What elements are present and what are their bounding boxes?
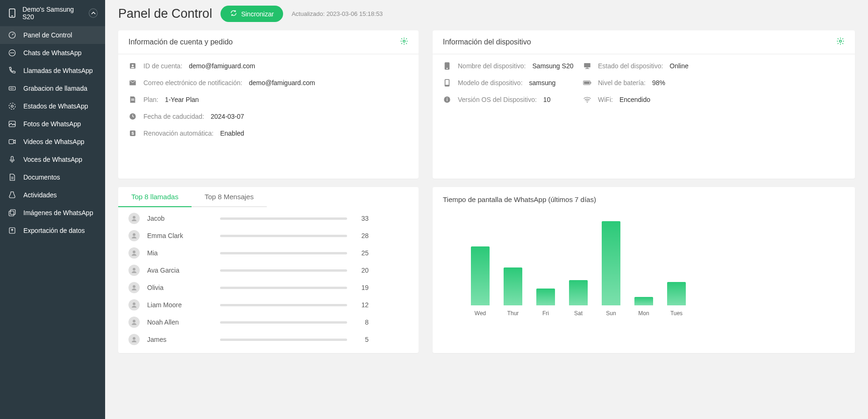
info-icon: $ xyxy=(128,129,137,137)
export-icon xyxy=(7,226,17,235)
sidebar-item-dashboard[interactable]: Panel de Control xyxy=(0,26,105,44)
svg-point-32 xyxy=(447,68,448,69)
info-icon xyxy=(128,79,137,87)
info-label: Modelo de dispositivo: xyxy=(458,79,523,87)
sidebar-item-photo[interactable]: Fotos de WhatsApp xyxy=(0,115,105,133)
account-info-row: $Renovación automática: Enabled xyxy=(128,129,408,137)
sidebar-item-image[interactable]: Imágenes de WhatsApp xyxy=(0,204,105,222)
info-value: 2024-03-07 xyxy=(211,113,244,120)
svg-point-45 xyxy=(133,216,135,219)
phone-icon xyxy=(7,8,17,18)
sidebar-item-export[interactable]: Exportación de datos xyxy=(0,222,105,239)
chart-bar-fill xyxy=(667,282,686,305)
svg-point-47 xyxy=(133,251,135,253)
svg-point-5 xyxy=(12,52,13,53)
svg-point-22 xyxy=(403,40,406,43)
sidebar-device-header[interactable]: Demo's Samsung S20 xyxy=(0,0,105,26)
chart-bar: Wed xyxy=(471,246,490,317)
updated-text: Actualizado: 2023-03-06 15:18:53 xyxy=(292,10,383,17)
device-info-row: Nivel de batería: 98% xyxy=(583,79,723,87)
avatar xyxy=(128,317,140,328)
device-info-row: Versión OS del Dispositivo: 10 xyxy=(443,95,583,104)
gear-icon[interactable] xyxy=(836,37,845,47)
chart-bar: Tues xyxy=(667,282,686,317)
chart-bar: Sun xyxy=(602,221,620,317)
svg-rect-7 xyxy=(9,87,15,90)
sidebar-item-activity[interactable]: Actividades xyxy=(0,186,105,204)
sidebar-item-label: Voces de WhatsApp xyxy=(23,156,82,163)
call-row: Jacob33 xyxy=(128,213,408,224)
chat-icon xyxy=(7,48,17,58)
call-row: Emma Clark28 xyxy=(128,230,408,241)
chevron-up-icon[interactable] xyxy=(89,8,98,18)
screen-time-chart: WedThurFriSatSunMonTues xyxy=(443,218,845,317)
call-count: 25 xyxy=(355,249,369,257)
sidebar-item-call[interactable]: Llamadas de WhatsApp xyxy=(0,62,105,79)
info-icon xyxy=(443,95,451,104)
svg-rect-20 xyxy=(10,210,15,215)
call-name: Noah Allen xyxy=(147,318,213,326)
sidebar-item-chat[interactable]: Chats de WhatsApp xyxy=(0,44,105,62)
account-info-card: Información de cuenta y pedido ID de cue… xyxy=(118,30,419,179)
svg-point-52 xyxy=(133,337,135,340)
sidebar-item-label: Actividades xyxy=(23,191,57,199)
image-icon xyxy=(7,208,17,217)
svg-rect-34 xyxy=(446,80,449,85)
call-name: Mia xyxy=(147,249,213,257)
info-value: Enabled xyxy=(220,130,244,137)
chart-label: Sun xyxy=(606,310,616,317)
call-count: 33 xyxy=(355,215,369,222)
sidebar-item-status[interactable]: Estados de WhatsApp xyxy=(0,97,105,115)
info-label: Plan: xyxy=(143,96,158,103)
avatar xyxy=(128,230,140,241)
account-info-row: Correo electrónico de notificación: demo… xyxy=(128,79,408,87)
sidebar-item-label: Estados de WhatsApp xyxy=(23,102,88,110)
sidebar-item-video[interactable]: Videos de WhatsApp xyxy=(0,133,105,151)
doc-icon xyxy=(7,173,17,182)
call-count: 20 xyxy=(355,267,369,274)
sidebar-item-label: Llamadas de WhatsApp xyxy=(23,67,93,74)
sidebar-item-label: Fotos de WhatsApp xyxy=(23,120,81,128)
main: Panel de Control Sincronizar Actualizado… xyxy=(105,0,868,419)
sidebar-item-record[interactable]: Grabacion de llamada xyxy=(0,79,105,97)
call-count: 28 xyxy=(355,232,369,239)
call-name: Liam Moore xyxy=(147,301,213,309)
svg-point-46 xyxy=(133,233,135,236)
chart-bar-fill xyxy=(602,221,620,305)
info-value: Samsung S20 xyxy=(533,62,574,70)
sidebar-item-label: Exportación de datos xyxy=(23,227,85,234)
avatar xyxy=(128,282,140,293)
chart-label: Tues xyxy=(670,310,683,317)
info-value: 98% xyxy=(652,79,665,87)
photo-icon xyxy=(7,119,17,129)
tab-top-calls[interactable]: Top 8 llamadas xyxy=(118,187,192,207)
record-icon xyxy=(7,84,17,93)
sidebar-item-voice[interactable]: Voces de WhatsApp xyxy=(0,151,105,168)
svg-point-50 xyxy=(133,303,135,305)
call-bar xyxy=(220,252,347,254)
status-icon xyxy=(7,101,17,111)
info-value: demo@famiguard.com xyxy=(189,62,255,70)
svg-rect-19 xyxy=(9,211,14,216)
call-name: Ava Garcia xyxy=(147,267,213,274)
call-row: Olivia19 xyxy=(128,282,408,293)
account-info-row: Plan: 1-Year Plan xyxy=(128,95,408,104)
svg-point-51 xyxy=(133,320,135,323)
account-info-row: Fecha de caducidad: 2024-03-07 xyxy=(128,112,408,121)
device-info-row: Modelo de dispositivo: samsung xyxy=(443,79,583,87)
svg-point-24 xyxy=(132,65,134,66)
svg-point-12 xyxy=(11,105,14,108)
sync-button[interactable]: Sincronizar xyxy=(221,6,283,22)
info-label: Correo electrónico de notificación: xyxy=(143,79,242,87)
gear-icon[interactable] xyxy=(400,37,408,47)
sync-icon xyxy=(230,9,237,18)
svg-point-37 xyxy=(447,98,448,99)
tab-top-messages[interactable]: Top 8 Mensajes xyxy=(192,187,267,207)
sidebar-item-label: Panel de Control xyxy=(23,31,72,39)
info-label: Nivel de batería: xyxy=(598,79,646,87)
svg-rect-15 xyxy=(11,156,14,160)
info-label: Estado del dispositivo: xyxy=(598,62,663,70)
sidebar-item-doc[interactable]: Documentos xyxy=(0,168,105,186)
device-info-row: Estado del dispositivo: Online xyxy=(583,62,723,70)
activity-icon xyxy=(7,190,17,200)
